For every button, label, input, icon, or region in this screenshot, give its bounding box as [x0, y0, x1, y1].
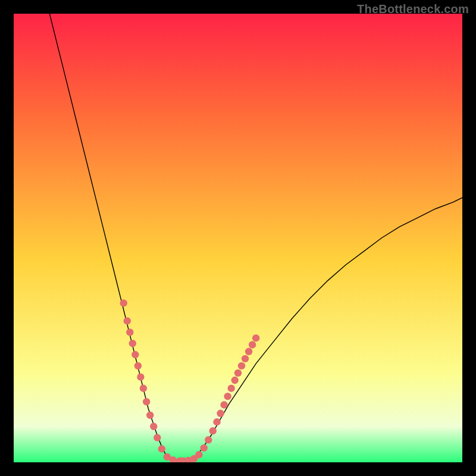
bead-marker [146, 412, 154, 419]
bead-marker [252, 334, 259, 342]
bead-marker [137, 374, 144, 381]
bead-marker [238, 362, 245, 369]
bead-marker [150, 422, 157, 430]
bead-marker [213, 418, 220, 425]
bead-marker [231, 377, 239, 384]
bead-marker [134, 362, 142, 369]
bead-marker [143, 398, 150, 405]
bead-marker [224, 393, 231, 400]
plot-svg [14, 14, 462, 462]
bead-marker [201, 444, 208, 452]
bead-marker [154, 434, 161, 441]
bead-marker [209, 427, 217, 434]
plot-area [14, 14, 462, 462]
chart-stage: TheBottleneck.com [0, 0, 476, 476]
bead-marker [234, 369, 242, 377]
bead-marker [131, 351, 139, 358]
bead-marker [195, 451, 202, 458]
bead-marker [120, 299, 127, 306]
bead-marker [129, 340, 136, 347]
bead-marker [249, 341, 256, 348]
bead-marker [140, 384, 147, 392]
bead-marker [158, 445, 165, 452]
bead-marker [227, 384, 234, 392]
gradient-background [14, 14, 462, 462]
bead-marker [126, 328, 133, 336]
bead-marker [220, 401, 227, 408]
bead-marker [245, 348, 252, 355]
bead-marker [217, 410, 224, 417]
bead-marker [205, 436, 212, 443]
bead-marker [124, 317, 131, 324]
bead-marker [242, 355, 249, 362]
